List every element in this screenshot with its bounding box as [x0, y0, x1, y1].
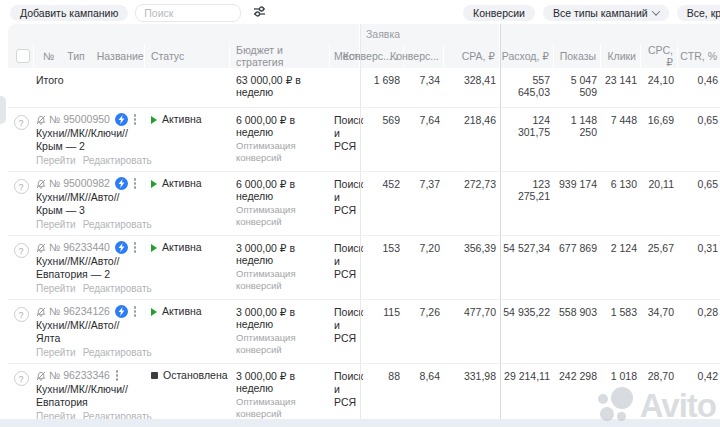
- help-icon[interactable]: ?: [14, 115, 29, 130]
- cpa-value: 331,98: [444, 364, 500, 427]
- totals-ctr: 0,46: [678, 65, 720, 107]
- campaign-number[interactable]: № 95000982: [49, 177, 110, 190]
- lightning-icon: [118, 243, 125, 252]
- cost-value: 54 935,22: [500, 300, 554, 363]
- kebab-menu-icon[interactable]: [134, 246, 137, 249]
- notifications-off-icon: [36, 243, 46, 253]
- budget-value[interactable]: 6 000,00 ₽ в неделю: [236, 114, 330, 138]
- campaign-number[interactable]: № 96233346: [49, 369, 110, 382]
- go-to-link[interactable]: Перейти: [36, 155, 76, 167]
- campaign-number[interactable]: № 96233440: [49, 241, 110, 254]
- help-icon[interactable]: ?: [14, 371, 29, 386]
- chevron-down-icon: [651, 7, 659, 15]
- totals-label: Итого: [34, 65, 145, 107]
- edit-link[interactable]: Редактировать: [83, 219, 152, 231]
- conv-count-value: 569: [360, 108, 404, 171]
- scroll-indicator: [0, 96, 6, 124]
- kebab-menu-icon[interactable]: [116, 374, 119, 377]
- cost-value: 54 527,34: [500, 236, 554, 299]
- col-header-number[interactable]: №: [43, 50, 54, 62]
- budget-value[interactable]: 3 000,00 ₽ в неделю: [236, 306, 330, 330]
- cpa-value: 477,70: [444, 300, 500, 363]
- ctr-value: 0,65: [678, 108, 720, 171]
- totals-clicks: 23 141: [601, 65, 641, 107]
- impressions-value: 939 174: [554, 172, 601, 235]
- status-label: Активна: [162, 178, 202, 189]
- table-row: ? № 95000950 Кухни//МК//Ключи//Крым — 2: [8, 107, 720, 171]
- col-header-type[interactable]: Тип: [67, 50, 85, 62]
- go-to-link[interactable]: Перейти: [36, 347, 76, 359]
- budget-value[interactable]: 3 000,00 ₽ в неделю: [236, 242, 330, 266]
- kebab-menu-icon[interactable]: [134, 310, 137, 313]
- campaign-wizard-badge: [115, 241, 128, 254]
- avito-watermark: Avito: [598, 387, 716, 425]
- places-value: Поиск и РСЯ: [330, 236, 360, 299]
- cpc-value: 34,70: [641, 300, 678, 363]
- kebab-menu-icon[interactable]: [134, 182, 137, 185]
- strategy-label: Оптимизация конверсий: [236, 140, 330, 164]
- campaign-number[interactable]: № 96234126: [49, 305, 110, 318]
- totals-cost: 557 645,03: [500, 65, 554, 107]
- conv-count-value: 153: [360, 236, 404, 299]
- campaign-types-dropdown[interactable]: Все типы кампаний: [543, 5, 669, 21]
- status-active-icon: [151, 244, 157, 252]
- search-input[interactable]: [135, 4, 241, 22]
- campaign-name[interactable]: Кухни//МК//Ключи//Крым — 2: [36, 127, 141, 152]
- avito-logo-icon: [598, 387, 638, 425]
- help-icon[interactable]: ?: [14, 307, 29, 322]
- notifications-off-icon: [36, 307, 46, 317]
- status-label: Активна: [162, 306, 202, 317]
- strategy-label: Оптимизация конверсий: [236, 268, 330, 292]
- edit-link[interactable]: Редактировать: [83, 283, 152, 295]
- campaign-name[interactable]: Кухни//МК//Авто//Крым — 3: [36, 191, 141, 216]
- select-all-checkbox[interactable]: [16, 49, 30, 63]
- cpa-value: 272,73: [444, 172, 500, 235]
- campaign-name[interactable]: Кухни//МК//Авто//Евпатория — 2: [36, 255, 141, 280]
- conversions-button[interactable]: Конверсии: [463, 5, 535, 21]
- help-icon[interactable]: ?: [14, 243, 29, 258]
- avito-watermark-text: Avito: [640, 387, 716, 425]
- help-icon[interactable]: ?: [14, 179, 29, 194]
- cost-value: 29 214,11: [500, 364, 554, 427]
- go-to-link[interactable]: Перейти: [36, 219, 76, 231]
- filter-sliders-icon[interactable]: [251, 3, 268, 23]
- campaign-name[interactable]: Кухни//МК//Ключи//Евпатория: [36, 383, 141, 408]
- campaign-number[interactable]: № 95000950: [49, 113, 110, 126]
- places-value: Поиск и РСЯ: [330, 172, 360, 235]
- impressions-value: 558 903: [554, 300, 601, 363]
- conv-count-value: 115: [360, 300, 404, 363]
- totals-budget: 63 000,00 ₽ в неделю: [230, 65, 330, 107]
- impressions-value: 242 298: [554, 364, 601, 427]
- goal-group-header: Заявка: [360, 24, 500, 44]
- totals-conv-rate: 7,34: [404, 65, 444, 107]
- cost-value: 123 275,21: [500, 172, 554, 235]
- kebab-menu-icon[interactable]: [134, 118, 137, 121]
- notifications-off-icon: [36, 115, 46, 125]
- lightning-icon: [118, 115, 125, 124]
- conv-rate-value: 7,20: [404, 236, 444, 299]
- edit-link[interactable]: Редактировать: [83, 347, 152, 359]
- all-except-dropdown[interactable]: Все, кроме: [677, 5, 720, 21]
- totals-conv-count: 1 698: [360, 65, 404, 107]
- campaign-wizard-badge: [115, 177, 128, 190]
- strategy-label: Оптимизация конверсий: [236, 204, 330, 228]
- totals-cpc: 24,10: [641, 65, 678, 107]
- status-label: Активна: [162, 114, 202, 125]
- campaign-wizard-badge: [115, 113, 128, 126]
- totals-impressions: 5 047 509: [554, 65, 601, 107]
- add-campaign-button[interactable]: Добавить кампанию: [10, 5, 128, 21]
- notifications-off-icon: [36, 179, 46, 189]
- campaigns-page: Добавить кампанию Конверсии Все типы кам…: [0, 0, 720, 427]
- budget-value[interactable]: 3 000,00 ₽ в неделю: [236, 370, 330, 394]
- col-header-name[interactable]: Название: [97, 50, 144, 62]
- edit-link[interactable]: Редактировать: [83, 155, 152, 167]
- campaign-wizard-badge: [115, 305, 128, 318]
- go-to-link[interactable]: Перейти: [36, 283, 76, 295]
- cpc-value: 25,67: [641, 236, 678, 299]
- conv-rate-value: 8,64: [404, 364, 444, 427]
- clicks-value: 2 124: [601, 236, 641, 299]
- clicks-value: 1 583: [601, 300, 641, 363]
- campaign-name[interactable]: Кухни//МК//Авто//Ялта: [36, 319, 141, 344]
- cpc-value: 16,69: [641, 108, 678, 171]
- budget-value[interactable]: 6 000,00 ₽ в неделю: [236, 178, 330, 202]
